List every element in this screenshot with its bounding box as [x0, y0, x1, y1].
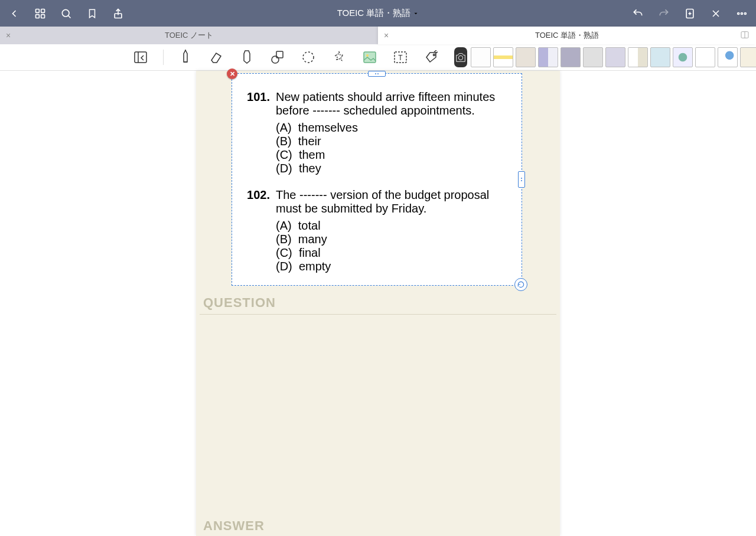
thumbnail[interactable]	[628, 47, 648, 67]
add-page-icon[interactable]	[682, 5, 698, 22]
tab-close-icon[interactable]: ×	[6, 31, 11, 40]
thumbnail[interactable]	[673, 47, 693, 67]
answer-option: (D) they	[276, 162, 511, 175]
note-page[interactable]: ✕ 101. New patients should arrive fiftee…	[196, 71, 560, 536]
svg-line-27	[434, 50, 436, 52]
more-icon[interactable]	[734, 5, 750, 22]
thumbnail[interactable]	[740, 47, 756, 67]
thumbnail[interactable]	[605, 47, 625, 67]
answer-option: (B) their	[276, 135, 511, 148]
rotate-handle[interactable]	[514, 278, 527, 291]
svg-rect-3	[41, 14, 45, 18]
bookmark-icon[interactable]	[84, 5, 100, 22]
toolbar: T	[0, 44, 756, 71]
thumbnail[interactable]	[471, 47, 491, 67]
thumbnail[interactable]	[583, 47, 603, 67]
question-item: 102. The ------- version of the budget p…	[243, 188, 511, 273]
tab-close-icon[interactable]: ×	[384, 31, 389, 40]
svg-rect-17	[135, 52, 146, 63]
svg-rect-2	[36, 14, 40, 18]
svg-rect-22	[364, 52, 376, 63]
svg-point-4	[62, 9, 69, 17]
question-item: 101. New patients should arrive fifteen …	[243, 90, 511, 175]
image-picker-strip	[471, 47, 756, 67]
question-content: 101. New patients should arrive fifteen …	[232, 74, 522, 279]
highlighter-tool-icon[interactable]	[238, 48, 256, 66]
delete-selection-icon[interactable]: ✕	[227, 68, 237, 79]
svg-point-14	[744, 12, 746, 14]
svg-point-12	[738, 12, 739, 14]
image-tool-icon[interactable]	[361, 48, 379, 66]
svg-rect-1	[41, 9, 45, 12]
question-text: The ------- version of the budget propos…	[276, 188, 511, 215]
svg-point-21	[303, 52, 314, 63]
answer-option: (D) empty	[276, 260, 511, 273]
chevron-down-icon	[413, 8, 419, 18]
answer-option: (B) many	[276, 233, 511, 246]
close-button[interactable]	[708, 5, 724, 22]
svg-rect-0	[36, 9, 40, 12]
answer-option: (C) them	[276, 148, 511, 162]
thumbnail[interactable]	[493, 47, 513, 67]
eraser-tool-icon[interactable]	[207, 48, 225, 66]
back-button[interactable]	[6, 5, 22, 22]
selected-image-object[interactable]: ✕ 101. New patients should arrive fiftee…	[232, 73, 522, 286]
question-number: 102.	[243, 188, 276, 273]
thumbnail[interactable]	[538, 47, 558, 67]
stamp-tool-icon[interactable]	[330, 48, 348, 66]
camera-button[interactable]	[454, 47, 467, 67]
pen-tool-icon[interactable]	[177, 48, 194, 66]
canvas-area[interactable]: ✕ 101. New patients should arrive fiftee…	[0, 71, 756, 536]
thumbnail[interactable]	[561, 47, 581, 67]
share-icon[interactable]	[110, 5, 126, 22]
tab-label: TOEIC 単語・熟語	[535, 30, 599, 41]
tab-notes[interactable]: × TOEIC ノート	[0, 27, 378, 44]
redo-button[interactable]	[656, 5, 672, 22]
svg-point-13	[741, 12, 743, 14]
thumbnail[interactable]	[516, 47, 536, 67]
tag-tool-icon[interactable]	[422, 48, 440, 66]
document-title[interactable]: TOEIC 単語・熟語	[254, 8, 502, 19]
document-title-text: TOEIC 単語・熟語	[337, 8, 411, 19]
svg-text:T: T	[398, 54, 403, 62]
readonly-icon[interactable]	[132, 48, 150, 66]
text-tool-icon[interactable]: T	[392, 48, 409, 66]
undo-button[interactable]	[630, 5, 646, 22]
thumbnail[interactable]	[718, 47, 738, 67]
svg-point-26	[434, 54, 435, 56]
move-handle[interactable]	[368, 71, 386, 77]
thumbnail[interactable]	[650, 47, 670, 67]
svg-point-23	[366, 54, 369, 57]
dashboard-icon[interactable]	[32, 5, 48, 22]
svg-line-5	[69, 15, 71, 18]
resize-handle-right[interactable]	[518, 171, 525, 188]
question-text: New patients should arrive fifteen minut…	[276, 90, 511, 117]
toolbar-separator	[163, 50, 164, 65]
svg-point-29	[458, 55, 462, 60]
tab-vocabulary[interactable]: × TOEIC 単語・熟語	[378, 27, 756, 44]
split-view-icon[interactable]	[739, 30, 750, 41]
question-number: 101.	[243, 90, 276, 175]
answer-option: (A) total	[276, 219, 511, 233]
shape-tool-icon[interactable]	[269, 48, 286, 66]
search-icon[interactable]	[58, 5, 74, 22]
tabs-row: × TOEIC ノート × TOEIC 単語・熟語	[0, 27, 756, 44]
title-bar: TOEIC 単語・熟語	[0, 0, 756, 27]
tab-label: TOEIC ノート	[165, 30, 213, 41]
answer-option: (A) themselves	[276, 121, 511, 135]
question-section-label: QUESTION	[196, 287, 560, 314]
thumbnail[interactable]	[695, 47, 715, 67]
answer-option: (C) final	[276, 246, 511, 260]
lasso-tool-icon[interactable]	[299, 48, 317, 66]
section-divider	[200, 314, 556, 315]
answer-section-label: ANSWER	[203, 518, 265, 536]
svg-point-19	[272, 56, 279, 63]
